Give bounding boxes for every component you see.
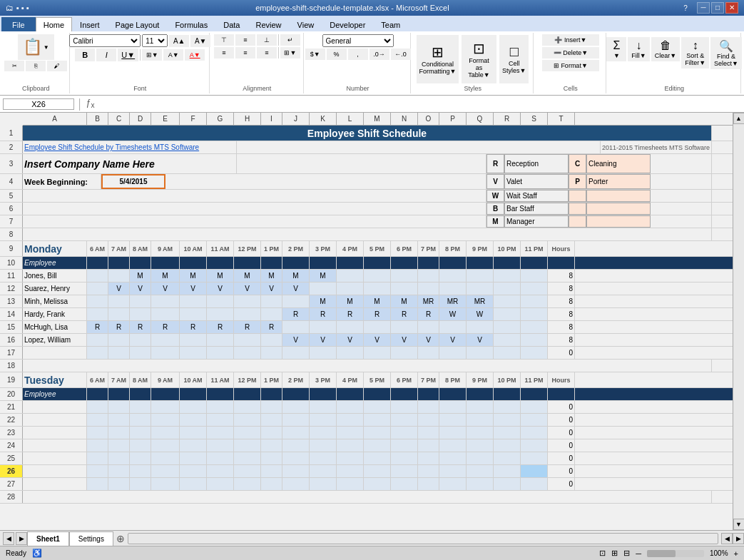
add-sheet-btn[interactable]: ⊕ bbox=[113, 533, 125, 544]
col-header-A[interactable]: A bbox=[23, 113, 87, 125]
zoom-in-btn[interactable]: + bbox=[734, 549, 738, 558]
format-painter-btn[interactable]: 🖌 bbox=[47, 61, 67, 71]
decrease-font-btn[interactable]: A▼ bbox=[190, 35, 210, 47]
increase-font-btn[interactable]: A▲ bbox=[169, 35, 189, 47]
format-cells-btn[interactable]: ⊞ Format▼ bbox=[542, 60, 599, 71]
copy-btn[interactable]: ⎘ bbox=[26, 61, 46, 71]
col-header-G[interactable]: G bbox=[207, 113, 234, 125]
col-header-S[interactable]: S bbox=[521, 113, 548, 125]
col-header-C[interactable]: C bbox=[108, 113, 130, 125]
restore-btn[interactable]: □ bbox=[711, 2, 724, 14]
align-left-btn[interactable]: ≡ bbox=[214, 47, 234, 58]
italic-btn[interactable]: I bbox=[96, 49, 116, 61]
cut-btn[interactable]: ✂ bbox=[4, 61, 24, 71]
row-num-1: 1 bbox=[0, 126, 23, 141]
cell-week-input-container[interactable]: 5/4/2015 bbox=[101, 174, 165, 189]
tab-developer[interactable]: Developer bbox=[322, 17, 373, 31]
col-header-M[interactable]: M bbox=[364, 113, 391, 125]
col-header-I[interactable]: I bbox=[261, 113, 282, 125]
cell-link[interactable]: Employee Shift Schedule by Timesheets MT… bbox=[23, 141, 237, 153]
close-btn[interactable]: ✕ bbox=[725, 2, 738, 14]
font-family-select[interactable]: Calibri bbox=[69, 34, 141, 47]
vertical-scrollbar[interactable]: ▲ ▼ bbox=[733, 113, 744, 530]
col-header-E[interactable]: E bbox=[151, 113, 180, 125]
fill-color-btn[interactable]: A▼ bbox=[163, 49, 183, 61]
tab-settings[interactable]: Settings bbox=[69, 531, 113, 546]
scroll-up-btn[interactable]: ▲ bbox=[733, 113, 745, 124]
accounting-btn[interactable]: $▼ bbox=[305, 49, 325, 60]
conditional-formatting-btn[interactable]: ⊞ Conditional Formatting▼ bbox=[417, 35, 458, 83]
excel-icon: 🗂 bbox=[6, 4, 14, 12]
tab-view[interactable]: View bbox=[290, 17, 322, 31]
delete-cells-btn[interactable]: ➖ Delete▼ bbox=[542, 47, 599, 58]
col-header-Q[interactable]: Q bbox=[467, 113, 494, 125]
layout-normal-icon[interactable]: ⊡ bbox=[599, 549, 606, 558]
tab-team[interactable]: Team bbox=[373, 17, 408, 31]
col-header-O[interactable]: O bbox=[418, 113, 439, 125]
col-header-P[interactable]: P bbox=[439, 113, 467, 125]
col-header-H[interactable]: H bbox=[234, 113, 261, 125]
tab-insert[interactable]: Insert bbox=[72, 17, 108, 31]
tab-formulas[interactable]: Formulas bbox=[167, 17, 215, 31]
tab-file[interactable]: File bbox=[1, 17, 36, 31]
increase-decimal-btn[interactable]: .0→ bbox=[370, 49, 389, 60]
align-center-btn[interactable]: ≡ bbox=[235, 47, 255, 58]
fill-btn[interactable]: ↓ Fill▼ bbox=[628, 37, 649, 61]
font-size-select[interactable]: 11 bbox=[142, 34, 168, 47]
tab-data[interactable]: Data bbox=[215, 17, 248, 31]
col-header-D[interactable]: D bbox=[130, 113, 151, 125]
row-num-2: 2 bbox=[0, 141, 23, 153]
align-middle-btn[interactable]: ≡ bbox=[235, 34, 255, 46]
minimize-btn[interactable]: ─ bbox=[697, 2, 710, 14]
col-header-J[interactable]: J bbox=[282, 113, 310, 125]
underline-btn[interactable]: U▼ bbox=[118, 49, 138, 61]
col-header-R[interactable]: R bbox=[494, 113, 521, 125]
scroll-down-btn[interactable]: ▼ bbox=[733, 519, 745, 530]
cell-company-name[interactable]: Insert Company Name Here bbox=[23, 154, 237, 173]
tab-review[interactable]: Review bbox=[248, 17, 289, 31]
row-4: 4 Week Beginning: 5/4/2015 V Valet P Por… bbox=[0, 174, 733, 190]
layout-page-icon[interactable]: ⊞ bbox=[611, 549, 618, 558]
tab-home[interactable]: Home bbox=[36, 17, 72, 31]
find-select-btn[interactable]: 🔍 Find & Select▼ bbox=[710, 37, 742, 69]
clear-btn[interactable]: 🗑 Clear▼ bbox=[651, 37, 680, 61]
align-bottom-btn[interactable]: ⊥ bbox=[257, 34, 277, 46]
merge-btn[interactable]: ⊞▼ bbox=[280, 47, 300, 58]
window-controls[interactable]: ? ─ □ ✕ bbox=[676, 2, 738, 14]
tab-page-layout[interactable]: Page Layout bbox=[108, 17, 168, 31]
scroll-right-btn[interactable]: ▶ bbox=[733, 533, 744, 544]
comma-btn[interactable]: , bbox=[348, 49, 368, 60]
tab-scroll-left-btn[interactable]: ◀ bbox=[3, 532, 14, 545]
scroll-left-btn[interactable]: ◀ bbox=[721, 533, 733, 544]
align-top-btn[interactable]: ⊤ bbox=[214, 34, 234, 46]
font-color-btn[interactable]: A▼ bbox=[185, 49, 205, 61]
decrease-decimal-btn[interactable]: ←.0 bbox=[391, 49, 411, 60]
border-btn[interactable]: ⊞▼ bbox=[142, 49, 162, 61]
col-header-F[interactable]: F bbox=[180, 113, 207, 125]
help-btn[interactable]: ? bbox=[676, 2, 695, 14]
tab-scroll-right-btn[interactable]: ▶ bbox=[16, 532, 27, 545]
col-header-T[interactable]: T bbox=[548, 113, 575, 125]
bold-btn[interactable]: B bbox=[75, 49, 95, 61]
col-header-B[interactable]: B bbox=[87, 113, 108, 125]
insert-cells-btn[interactable]: ➕ Insert▼ bbox=[542, 34, 599, 46]
number-format-select[interactable]: General bbox=[322, 34, 394, 47]
zoom-out-btn[interactable]: ─ bbox=[636, 549, 641, 558]
autosum-btn[interactable]: Σ ▼ bbox=[606, 37, 626, 61]
formula-input[interactable] bbox=[97, 99, 741, 109]
format-as-table-btn[interactable]: ⊡ Format as Table▼ bbox=[462, 35, 496, 83]
col-header-N[interactable]: N bbox=[391, 113, 418, 125]
paste-btn[interactable]: 📋 ▼ bbox=[18, 34, 54, 60]
col-header-L[interactable]: L bbox=[337, 113, 364, 125]
paste-dropdown[interactable]: ▼ bbox=[44, 44, 49, 51]
layout-preview-icon[interactable]: ⊟ bbox=[623, 549, 630, 558]
percent-btn[interactable]: % bbox=[327, 49, 347, 60]
col-header-K[interactable]: K bbox=[310, 113, 337, 125]
align-right-btn[interactable]: ≡ bbox=[257, 47, 277, 58]
tab-sheet1[interactable]: Sheet1 bbox=[27, 531, 69, 546]
cell-styles-btn[interactable]: □ Cell Styles▼ bbox=[499, 35, 529, 83]
wrap-text-btn[interactable]: ↵ bbox=[280, 34, 300, 46]
name-box[interactable]: X26 bbox=[3, 98, 74, 110]
horizontal-scrollbar[interactable] bbox=[128, 533, 718, 544]
sort-filter-btn[interactable]: ↕ Sort & Filter▼ bbox=[681, 37, 709, 68]
